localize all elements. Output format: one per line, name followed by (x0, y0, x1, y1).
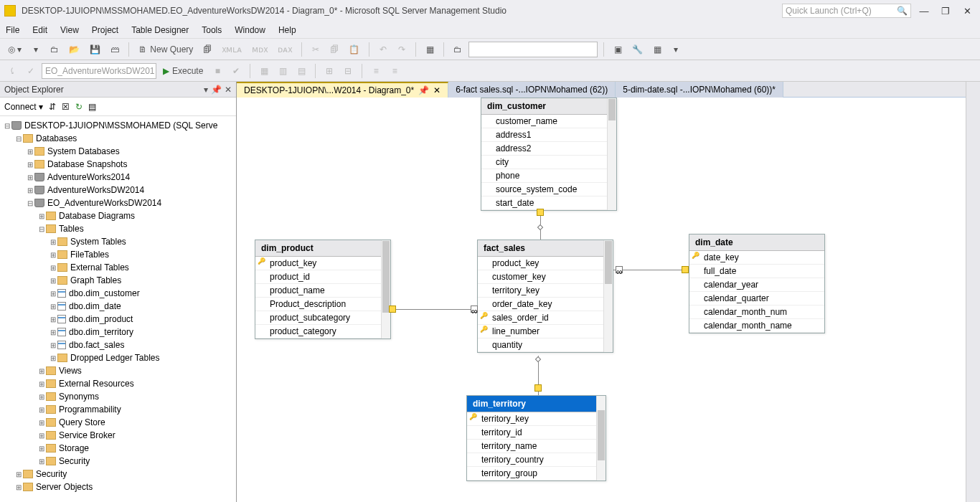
nav-fwd-button[interactable]: ▾ (28, 42, 44, 57)
col[interactable]: product_name (255, 284, 390, 298)
col[interactable]: territory_key (478, 284, 613, 298)
props-button[interactable]: 🗀 (450, 42, 466, 57)
col[interactable]: territory_country (467, 453, 606, 467)
close-button[interactable]: ✕ (958, 6, 976, 16)
cut-button[interactable]: ✂ (308, 42, 324, 57)
awdw-node[interactable]: ⊞AdventureWorksDW2014 (0, 184, 236, 196)
stmt-button[interactable]: ⤹ (4, 63, 20, 79)
wrench-button[interactable]: 🔧 (628, 42, 646, 57)
grid3-button[interactable]: ▤ (293, 63, 309, 79)
grapht-node[interactable]: ⊞Graph Tables (0, 274, 236, 287)
menu-edit[interactable]: Edit (32, 25, 47, 35)
tab-dim-date-sql[interactable]: 5-dim-date.sql -...IOPN\Mohamed (60))* (616, 82, 783, 98)
extt-node[interactable]: ⊞External Tables (0, 261, 236, 274)
pin-icon[interactable]: 📌 (211, 85, 222, 95)
server-node[interactable]: ⊟DESKTOP-1JUIOPN\MSSMOHAMED (SQL Serve (0, 119, 236, 132)
col[interactable]: quantity (478, 338, 613, 352)
col[interactable]: address2 (481, 142, 616, 156)
open-button[interactable]: 📂 (65, 42, 83, 57)
grid-button[interactable]: ▦ (422, 42, 438, 57)
stop-icon[interactable]: ☒ (62, 102, 70, 112)
layout-button[interactable]: ▦ (649, 42, 665, 57)
check-button[interactable]: ✔ (228, 63, 244, 79)
relationship-line[interactable] (613, 270, 689, 270)
servobj-node[interactable]: ⊞Server Objects (0, 480, 236, 493)
redo-button[interactable]: ↷ (394, 42, 410, 57)
connect-button[interactable]: Connect ▾ (4, 102, 43, 112)
scrollbar[interactable] (607, 98, 616, 210)
aw-node[interactable]: ⊞AdventureWorks2014 (0, 171, 236, 184)
menu-file[interactable]: File (6, 25, 19, 35)
xmla-button[interactable]: xᴍʟᴀ (218, 42, 245, 57)
table-dim-customer[interactable]: ⊞dbo.dim_customer (0, 287, 236, 300)
views-node[interactable]: ⊞Views (0, 364, 236, 377)
table-header[interactable]: dim_territory (467, 396, 606, 412)
col[interactable]: product_key (478, 257, 613, 270)
scrollbar[interactable] (603, 240, 613, 352)
plan-button[interactable]: ⊞ (321, 63, 337, 79)
indent-button[interactable]: ≡ (368, 63, 384, 79)
eng-query-button[interactable]: 🗐 (199, 42, 215, 57)
new-query-button[interactable]: 🗎 New Query (135, 42, 197, 57)
refresh-icon[interactable]: ↻ (75, 102, 83, 112)
col[interactable]: product_key (255, 257, 390, 270)
table-dim-date[interactable]: ⊞dbo.dim_date (0, 300, 236, 313)
sb-node[interactable]: ⊞Service Broker (0, 429, 236, 442)
prog-node[interactable]: ⊞Programmability (0, 403, 236, 416)
col[interactable]: line_number (478, 325, 613, 338)
menu-project[interactable]: Project (92, 25, 118, 35)
minimize-button[interactable]: — (915, 6, 933, 16)
dbsnap-node[interactable]: ⊞Database Snapshots (0, 158, 236, 171)
col[interactable]: territory_key (467, 412, 606, 426)
vertical-scrollbar[interactable] (966, 82, 980, 502)
table-header[interactable]: dim_customer (481, 98, 616, 115)
col[interactable]: customer_name (481, 115, 616, 128)
col[interactable]: full_date (689, 265, 824, 278)
menu-view[interactable]: View (60, 25, 79, 35)
col[interactable]: product_subcategory (255, 311, 390, 325)
col[interactable]: product_id (255, 270, 390, 284)
table-dim-product[interactable]: ⊞dbo.dim_product (0, 313, 236, 326)
extres-node[interactable]: ⊞External Resources (0, 377, 236, 390)
menu-help[interactable]: Help (278, 25, 296, 35)
tab-fact-sales-sql[interactable]: 6-fact sales.sql -...IOPN\Mohamed (62)) (448, 82, 616, 98)
table-fact-sales[interactable]: ⊞dbo.fact_sales (0, 338, 236, 351)
table-dim-territory-box[interactable]: dim_territory territory_key territory_id… (466, 395, 606, 481)
tables-node[interactable]: ⊟Tables (0, 222, 236, 235)
sec-node[interactable]: ⊞Security (0, 455, 236, 468)
col[interactable]: calendar_quarter (689, 292, 824, 306)
paste-button[interactable]: 📋 (345, 42, 363, 57)
col[interactable]: source_system_code (481, 183, 616, 196)
col[interactable]: order_date_key (478, 298, 613, 311)
col[interactable]: sales_order_id (478, 311, 613, 325)
grid2-button[interactable]: ▥ (275, 63, 291, 79)
table-dim-product-box[interactable]: dim_product product_key product_id produ… (255, 240, 391, 339)
parse-button[interactable]: ✓ (23, 63, 39, 79)
stor-node[interactable]: ⊞Storage (0, 442, 236, 455)
close-icon[interactable]: ✕ (433, 85, 440, 95)
scrollbar[interactable] (381, 240, 390, 338)
dax-button[interactable]: ᴅᴀx (274, 42, 296, 57)
syn-node[interactable]: ⊞Synonyms (0, 390, 236, 403)
dbdiag-node[interactable]: ⊞Database Diagrams (0, 209, 236, 222)
col[interactable]: city (481, 156, 616, 169)
qs-node[interactable]: ⊞Query Store (0, 416, 236, 429)
toolbar-search[interactable] (468, 42, 598, 57)
menu-table-designer[interactable]: Table Designer (131, 25, 189, 35)
col[interactable]: calendar_year (689, 278, 824, 292)
filter-icon[interactable]: ⇵ (49, 102, 56, 112)
table-header[interactable]: fact_sales (478, 240, 613, 257)
more-button[interactable]: ▾ (668, 42, 684, 57)
col[interactable]: calendar_month_name (689, 319, 824, 333)
diagram-canvas[interactable]: dim_customer customer_name address1 addr… (237, 98, 980, 502)
col[interactable]: address1 (481, 128, 616, 142)
col[interactable]: date_key (689, 251, 824, 265)
syst-node[interactable]: ⊞System Tables (0, 235, 236, 248)
restore-button[interactable]: ❐ (937, 6, 954, 16)
filet-node[interactable]: ⊞FileTables (0, 248, 236, 261)
dropdown-icon[interactable]: ▾ (204, 85, 208, 95)
undo-button[interactable]: ↶ (375, 42, 391, 57)
relationship-line[interactable] (391, 309, 477, 310)
execute-button[interactable]: ▶ Execute (159, 63, 207, 79)
filter2-icon[interactable]: ▤ (88, 102, 96, 112)
